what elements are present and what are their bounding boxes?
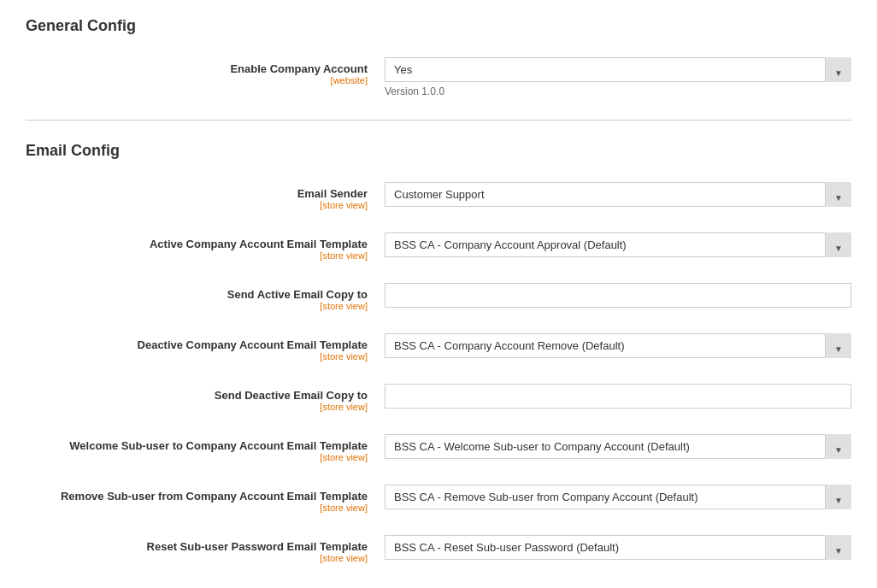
- enable-company-account-row: Enable Company Account [website] Yes No …: [26, 52, 851, 103]
- send-active-email-copy-label-main: Send Active Email Copy to: [26, 288, 368, 301]
- active-ca-template-label: Active Company Account Email Template [s…: [26, 232, 385, 261]
- enable-company-account-select-wrapper: Yes No: [385, 57, 851, 82]
- active-ca-template-select-wrapper: BSS CA - Company Account Approval (Defau…: [385, 232, 851, 257]
- welcome-subuser-template-row: Welcome Sub-user to Company Account Emai…: [26, 429, 851, 467]
- enable-company-account-scope: [website]: [26, 75, 368, 85]
- send-deactive-email-copy-row: Send Deactive Email Copy to [store view]: [26, 379, 851, 417]
- deactive-ca-template-row: Deactive Company Account Email Template …: [26, 328, 851, 367]
- reset-subuser-password-template-scope: [store view]: [26, 553, 368, 563]
- email-sender-control: Customer Support General Contact Sales R…: [385, 182, 851, 207]
- email-config-title: Email Config: [26, 142, 851, 160]
- welcome-subuser-template-control: BSS CA - Welcome Sub-user to Company Acc…: [385, 434, 851, 459]
- send-active-email-copy-row: Send Active Email Copy to [store view]: [26, 278, 851, 316]
- email-sender-label: Email Sender [store view]: [26, 182, 385, 210]
- deactive-ca-template-scope: [store view]: [26, 351, 368, 362]
- deactive-ca-template-label-main: Deactive Company Account Email Template: [26, 338, 368, 351]
- version-text: Version 1.0.0: [385, 85, 851, 97]
- remove-subuser-template-select-wrapper: BSS CA - Remove Sub-user from Company Ac…: [385, 485, 851, 509]
- email-sender-label-main: Email Sender: [26, 187, 368, 200]
- remove-subuser-template-scope: [store view]: [26, 503, 368, 513]
- welcome-subuser-template-select-wrapper: BSS CA - Welcome Sub-user to Company Acc…: [385, 434, 851, 459]
- enable-company-account-control: Yes No Version 1.0.0: [385, 57, 851, 97]
- send-active-email-copy-label: Send Active Email Copy to [store view]: [26, 283, 385, 311]
- remove-subuser-template-row: Remove Sub-user from Company Account Ema…: [26, 479, 851, 518]
- reset-subuser-password-template-select-wrapper: BSS CA - Reset Sub-user Password (Defaul…: [385, 535, 851, 560]
- email-sender-select-wrapper: Customer Support General Contact Sales R…: [385, 182, 851, 207]
- deactive-ca-template-select-wrapper: BSS CA - Company Account Remove (Default…: [385, 333, 851, 358]
- active-ca-template-select[interactable]: BSS CA - Company Account Approval (Defau…: [385, 232, 851, 257]
- send-deactive-email-copy-label-main: Send Deactive Email Copy to: [26, 389, 368, 402]
- active-ca-template-label-main: Active Company Account Email Template: [26, 238, 368, 250]
- send-active-email-copy-input[interactable]: [385, 283, 851, 308]
- general-config-title: General Config: [26, 17, 851, 35]
- enable-company-account-label: Enable Company Account [website]: [26, 57, 385, 85]
- send-active-email-copy-control: [385, 283, 851, 308]
- enable-company-account-label-main: Enable Company Account: [26, 62, 368, 75]
- remove-subuser-template-select[interactable]: BSS CA - Remove Sub-user from Company Ac…: [385, 485, 851, 509]
- email-sender-row: Email Sender [store view] Customer Suppo…: [26, 177, 851, 215]
- reset-subuser-password-template-label: Reset Sub-user Password Email Template […: [26, 535, 385, 563]
- section-divider: [26, 120, 851, 121]
- reset-subuser-password-template-control: BSS CA - Reset Sub-user Password (Defaul…: [385, 535, 851, 560]
- enable-company-account-select[interactable]: Yes No: [385, 57, 851, 82]
- reset-subuser-password-template-row: Reset Sub-user Password Email Template […: [26, 530, 851, 568]
- welcome-subuser-template-label: Welcome Sub-user to Company Account Emai…: [26, 434, 385, 462]
- deactive-ca-template-label: Deactive Company Account Email Template …: [26, 333, 385, 362]
- deactive-ca-template-control: BSS CA - Company Account Remove (Default…: [385, 333, 851, 358]
- welcome-subuser-template-select[interactable]: BSS CA - Welcome Sub-user to Company Acc…: [385, 434, 851, 459]
- active-ca-template-control: BSS CA - Company Account Approval (Defau…: [385, 232, 851, 257]
- send-deactive-email-copy-scope: [store view]: [26, 402, 368, 412]
- reset-subuser-password-template-select[interactable]: BSS CA - Reset Sub-user Password (Defaul…: [385, 535, 851, 560]
- send-deactive-email-copy-control: [385, 384, 851, 409]
- active-ca-template-scope: [store view]: [26, 250, 368, 261]
- welcome-subuser-template-scope: [store view]: [26, 452, 368, 462]
- remove-subuser-template-label-main: Remove Sub-user from Company Account Ema…: [26, 490, 368, 503]
- send-deactive-email-copy-input[interactable]: [385, 384, 851, 409]
- email-sender-select[interactable]: Customer Support General Contact Sales R…: [385, 182, 851, 207]
- remove-subuser-template-label: Remove Sub-user from Company Account Ema…: [26, 485, 385, 513]
- reset-subuser-password-template-label-main: Reset Sub-user Password Email Template: [26, 540, 368, 553]
- email-sender-scope: [store view]: [26, 200, 368, 210]
- general-config-section: General Config Enable Company Account [w…: [26, 17, 851, 103]
- deactive-ca-template-select[interactable]: BSS CA - Company Account Remove (Default…: [385, 333, 851, 358]
- active-ca-template-row: Active Company Account Email Template [s…: [26, 227, 851, 266]
- remove-subuser-template-control: BSS CA - Remove Sub-user from Company Ac…: [385, 485, 851, 509]
- email-config-section: Email Config Email Sender [store view] C…: [26, 142, 851, 568]
- send-deactive-email-copy-label: Send Deactive Email Copy to [store view]: [26, 384, 385, 412]
- send-active-email-copy-scope: [store view]: [26, 301, 368, 311]
- welcome-subuser-template-label-main: Welcome Sub-user to Company Account Emai…: [26, 439, 368, 452]
